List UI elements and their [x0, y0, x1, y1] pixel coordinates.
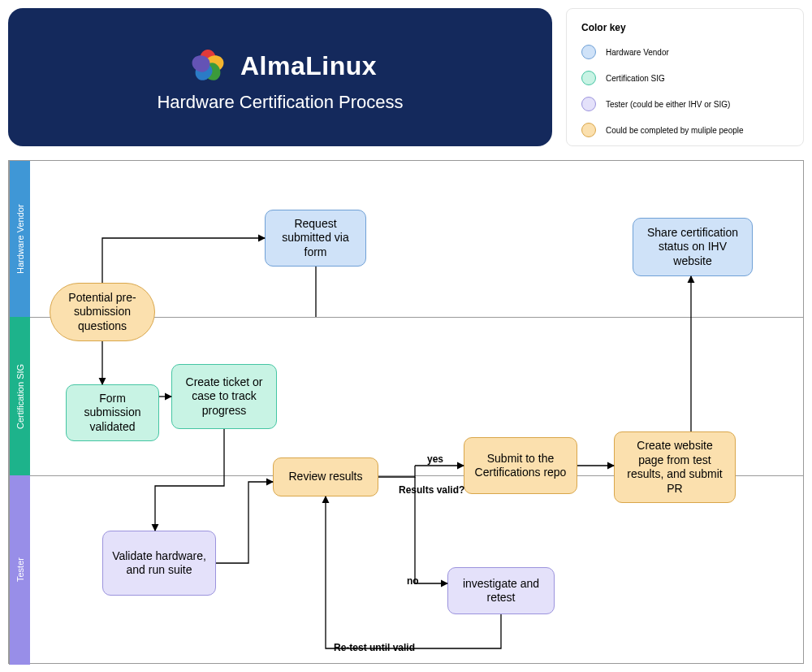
legend-item-multiple: Could be completed by muliple people — [581, 123, 788, 137]
legend-item-certification-sig: Certification SIG — [581, 71, 788, 85]
node-investigate-retest: investigate and retest — [447, 567, 555, 614]
header-subtitle: Hardware Certification Process — [157, 92, 403, 113]
swimlane-diagram: Hardware Vendor Certification SIG Tester… — [8, 160, 804, 664]
header-title: AlmaLinux — [240, 51, 377, 81]
almalinux-logo-icon — [184, 41, 232, 90]
legend-swatch-blue — [581, 45, 596, 59]
lane-header-tester: Tester — [9, 475, 30, 665]
edge-label-results-valid: Results valid? — [399, 484, 464, 496]
legend-label: Hardware Vendor — [606, 48, 669, 57]
node-pre-submission-questions: Potential pre-submission questions — [50, 283, 155, 341]
legend-item-tester: Tester (could be either IHV or SIG) — [581, 97, 788, 111]
legend-item-hardware-vendor: Hardware Vendor — [581, 45, 788, 59]
node-review-results: Review results — [273, 457, 378, 496]
header-banner: AlmaLinux Hardware Certification Process — [8, 8, 552, 146]
node-request-submitted: Request submitted via form — [265, 210, 366, 267]
legend-swatch-purple — [581, 97, 596, 111]
edge-label-no: no — [407, 575, 419, 587]
edge-label-yes: yes — [427, 453, 443, 465]
legend-swatch-orange — [581, 123, 596, 137]
lane-header-hardware-vendor: Hardware Vendor — [9, 161, 30, 317]
legend-swatch-green — [581, 71, 596, 85]
node-share-status: Share certification status on IHV websit… — [633, 218, 753, 276]
node-create-ticket: Create ticket or case to track progress — [171, 364, 277, 429]
lane-header-certification-sig: Certification SIG — [9, 317, 30, 475]
node-form-validated: Form submission validated — [66, 384, 159, 441]
legend-title: Color key — [581, 22, 788, 33]
legend-label: Certification SIG — [606, 74, 665, 83]
node-validate-hardware: Validate hardware, and run suite — [102, 531, 216, 596]
node-create-website-page: Create website page from test results, a… — [614, 431, 736, 503]
edge-label-retest: Re-test until valid — [334, 642, 415, 653]
legend-box: Color key Hardware Vendor Certification … — [566, 8, 804, 146]
legend-label: Could be completed by muliple people — [606, 126, 744, 135]
legend-label: Tester (could be either IHV or SIG) — [606, 100, 730, 109]
node-submit-repo: Submit to the Certifications repo — [464, 437, 577, 494]
header-logo-row: AlmaLinux — [184, 41, 377, 90]
